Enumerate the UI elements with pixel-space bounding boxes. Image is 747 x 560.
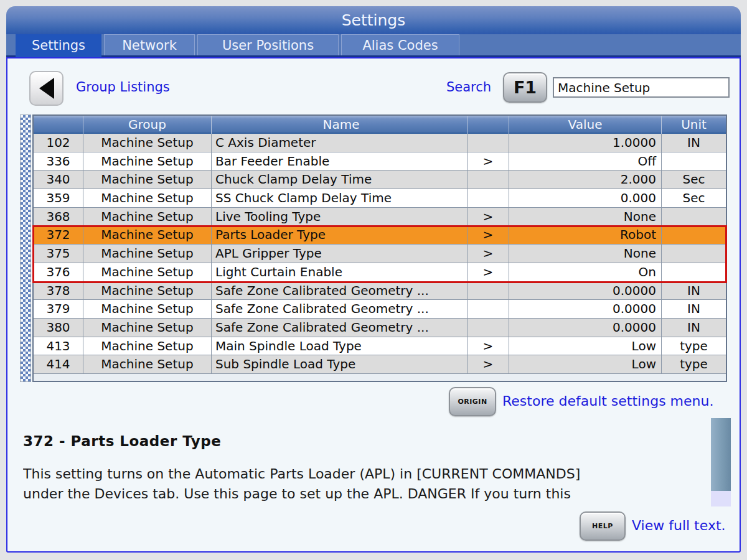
cell-unit xyxy=(662,208,726,226)
window-titlebar: Settings xyxy=(6,6,741,34)
description-line-1: This setting turns on the Automatic Part… xyxy=(23,464,689,484)
cell-submenu-arrow xyxy=(467,170,509,189)
cell-group: Machine Setup xyxy=(83,245,212,263)
group-listings-link[interactable]: Group Listings xyxy=(76,80,170,95)
cell-submenu-arrow: > xyxy=(467,337,509,356)
cell-group: Machine Setup xyxy=(83,170,212,189)
cell-unit: IN xyxy=(662,300,726,319)
table-row[interactable]: 414 Machine Setup Sub Spindle Load Type … xyxy=(34,355,726,374)
cell-id: 379 xyxy=(34,300,83,319)
back-button[interactable] xyxy=(29,71,63,106)
table-row[interactable]: 368 Machine Setup Live Tooling Type > No… xyxy=(34,208,726,226)
table-row[interactable]: 372 Machine Setup Parts Loader Type > Ro… xyxy=(34,226,726,245)
cell-name: Live Tooling Type xyxy=(212,208,467,226)
cell-submenu-arrow xyxy=(467,319,509,337)
cell-name: Main Spindle Load Type xyxy=(212,337,467,356)
search-label: Search xyxy=(446,80,491,95)
cell-submenu-arrow: > xyxy=(467,226,509,245)
cell-unit xyxy=(662,245,726,263)
cell-name: Parts Loader Type xyxy=(212,226,467,245)
restore-defaults-link[interactable]: Restore default settings menu. xyxy=(502,393,713,409)
cell-name: Bar Feeder Enable xyxy=(212,152,467,171)
table-row[interactable]: 340 Machine Setup Chuck Clamp Delay Time… xyxy=(34,170,726,189)
column-header-arrow xyxy=(467,116,509,134)
tab-user-positions[interactable]: User Positions xyxy=(197,34,339,55)
settings-screen: Settings Settings Network User Positions… xyxy=(0,0,747,560)
cell-group: Machine Setup xyxy=(83,152,212,171)
origin-button[interactable]: ORIGIN xyxy=(449,387,496,416)
cell-submenu-arrow: > xyxy=(467,208,509,226)
column-header-unit: Unit xyxy=(662,116,726,134)
tab-settings[interactable]: Settings xyxy=(16,34,101,57)
table-row[interactable]: 413 Machine Setup Main Spindle Load Type… xyxy=(34,337,726,356)
settings-table-body: 102 Machine Setup C Axis Diameter 1.0000… xyxy=(34,134,726,374)
f1-key-button[interactable]: F1 xyxy=(503,72,547,103)
cell-unit: Sec xyxy=(662,189,726,208)
tab-user-positions-label: User Positions xyxy=(222,38,314,53)
cell-id: 375 xyxy=(34,245,83,263)
column-header-id xyxy=(34,116,83,134)
table-row[interactable]: 102 Machine Setup C Axis Diameter 1.0000… xyxy=(34,134,726,152)
cell-value: 0.0000 xyxy=(509,282,662,301)
table-grid: Group Name Value Unit 102 Machine Setup … xyxy=(32,114,727,382)
cell-value: 0.0000 xyxy=(509,319,662,337)
cell-submenu-arrow xyxy=(467,282,509,301)
help-button[interactable]: HELP xyxy=(580,511,626,541)
cell-id: 359 xyxy=(34,189,83,208)
cell-name: Safe Zone Calibrated Geometry ... xyxy=(212,319,467,337)
description-scrollbar[interactable] xyxy=(711,418,731,506)
cell-name: Light Curtain Enable xyxy=(212,263,467,282)
cell-group: Machine Setup xyxy=(83,208,212,226)
cell-id: 372 xyxy=(34,226,83,245)
cell-unit: IN xyxy=(662,282,726,301)
cell-value: Low xyxy=(509,337,662,356)
cell-id: 336 xyxy=(34,152,83,171)
table-row[interactable]: 380 Machine Setup Safe Zone Calibrated G… xyxy=(34,319,726,337)
cell-group: Machine Setup xyxy=(83,337,212,356)
cell-id: 414 xyxy=(34,355,83,374)
table-row[interactable]: 376 Machine Setup Light Curtain Enable >… xyxy=(34,263,726,282)
setting-description: This setting turns on the Automatic Part… xyxy=(23,464,689,508)
cell-submenu-arrow: > xyxy=(467,152,509,171)
scrollbar-thumb[interactable] xyxy=(711,418,731,491)
cell-id: 380 xyxy=(34,319,83,337)
cell-unit: IN xyxy=(662,134,726,152)
tab-settings-label: Settings xyxy=(32,38,85,53)
tab-alias-codes-label: Alias Codes xyxy=(362,38,438,53)
tab-network-label: Network xyxy=(122,38,177,53)
cell-name: SS Chuck Clamp Delay Time xyxy=(212,189,467,208)
cell-group: Machine Setup xyxy=(83,300,212,319)
table-row[interactable]: 336 Machine Setup Bar Feeder Enable > Of… xyxy=(34,152,726,171)
table-row[interactable]: 379 Machine Setup Safe Zone Calibrated G… xyxy=(34,300,726,319)
cell-group: Machine Setup xyxy=(83,282,212,301)
table-row[interactable]: 378 Machine Setup Safe Zone Calibrated G… xyxy=(34,282,726,301)
cell-group: Machine Setup xyxy=(83,226,212,245)
cell-value: Low xyxy=(509,355,662,374)
table-row[interactable]: 375 Machine Setup APL Gripper Type > Non… xyxy=(34,245,726,263)
tab-network[interactable]: Network xyxy=(104,34,195,55)
cell-submenu-arrow: > xyxy=(467,245,509,263)
cell-id: 378 xyxy=(34,282,83,301)
search-input[interactable] xyxy=(553,77,730,98)
cell-submenu-arrow xyxy=(467,300,509,319)
content-panel: Group Listings Search F1 Group Name Valu… xyxy=(6,57,741,553)
cell-submenu-arrow xyxy=(467,189,509,208)
cell-submenu-arrow: > xyxy=(467,263,509,282)
cell-value: Robot xyxy=(509,226,662,245)
back-arrow-icon xyxy=(39,78,54,99)
cell-value: 0.0000 xyxy=(509,300,662,319)
view-full-text-link[interactable]: View full text. xyxy=(632,518,726,533)
cell-name: C Axis Diameter xyxy=(212,134,467,152)
cell-group: Machine Setup xyxy=(83,134,212,152)
cell-name: Safe Zone Calibrated Geometry ... xyxy=(212,282,467,301)
tab-alias-codes[interactable]: Alias Codes xyxy=(341,34,459,55)
cell-submenu-arrow: > xyxy=(467,355,509,374)
cell-value: 1.0000 xyxy=(509,134,662,152)
table-row[interactable]: 359 Machine Setup SS Chuck Clamp Delay T… xyxy=(34,189,726,208)
cell-unit: Sec xyxy=(662,170,726,189)
table-scroll-strip[interactable] xyxy=(20,114,31,382)
setting-detail-heading: 372 - Parts Loader Type xyxy=(23,433,221,449)
cell-id: 340 xyxy=(34,170,83,189)
table-header-row: Group Name Value Unit xyxy=(34,116,726,134)
column-header-value: Value xyxy=(509,116,662,134)
